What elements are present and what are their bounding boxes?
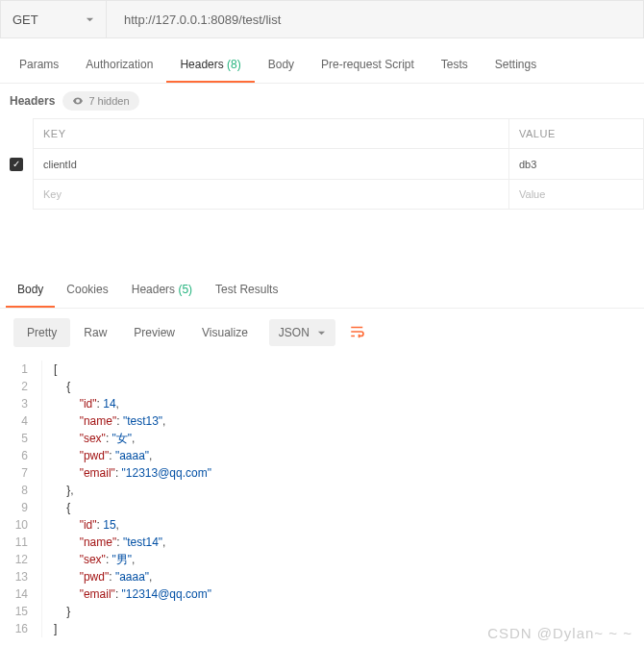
view-raw[interactable]: Raw <box>70 318 120 347</box>
table-row[interactable]: ✓ clientId db3 <box>0 149 644 180</box>
checkbox-header <box>0 119 34 149</box>
resp-tab-headers[interactable]: Headers (5) <box>120 275 204 308</box>
hidden-count: 7 hidden <box>88 95 129 107</box>
tab-authorization[interactable]: Authorization <box>72 50 166 83</box>
response-tabs: BodyCookiesHeaders (5)Test Results <box>0 267 644 309</box>
hidden-toggle[interactable]: 7 hidden <box>62 91 138 111</box>
code-line: 4 "name": "test13", <box>0 412 644 430</box>
key-header: KEY <box>34 119 509 149</box>
eye-icon <box>72 95 84 107</box>
header-value-cell[interactable]: db3 <box>509 149 644 180</box>
headers-count: (8) <box>224 58 241 71</box>
headers-subheader: Headers 7 hidden <box>0 84 644 118</box>
resp-tab-body[interactable]: Body <box>6 275 55 308</box>
tab-params[interactable]: Params <box>6 50 72 83</box>
format-select[interactable]: JSON <box>269 319 335 346</box>
header-key-placeholder[interactable]: Key <box>34 180 509 210</box>
code-line: 2 { <box>0 378 644 395</box>
code-line: 9 { <box>0 499 644 516</box>
request-tabs: ParamsAuthorizationHeaders (8)BodyPre-re… <box>0 38 644 84</box>
wrap-lines-button[interactable] <box>349 323 366 343</box>
resp-headers-count: (5) <box>175 283 192 296</box>
code-line: 8 }, <box>0 482 644 499</box>
table-row-empty[interactable]: Key Value <box>0 180 644 210</box>
resp-tab-test-results[interactable]: Test Results <box>204 275 289 308</box>
code-line: 1[ <box>0 361 644 378</box>
value-header: VALUE <box>509 119 644 149</box>
checkbox-cell[interactable]: ✓ <box>0 149 34 180</box>
view-visualize[interactable]: Visualize <box>188 318 261 347</box>
view-preview[interactable]: Preview <box>120 318 188 347</box>
response-body[interactable]: 1[2 {3 "id": 14,4 "name": "test13",5 "se… <box>0 357 644 637</box>
request-bar: GET http://127.0.0.1:8089/test/list <box>0 0 644 38</box>
method-select[interactable]: GET <box>1 1 107 37</box>
tab-pre-request-script[interactable]: Pre-request Script <box>308 50 428 83</box>
code-line: 14 "email": "12314@qq.com" <box>0 585 644 603</box>
tab-tests[interactable]: Tests <box>428 50 482 83</box>
method-label: GET <box>12 12 38 27</box>
checkbox-checked-icon[interactable]: ✓ <box>10 158 23 171</box>
chevron-down-icon <box>86 15 94 24</box>
url-text: http://127.0.0.1:8089/test/list <box>124 12 281 27</box>
tab-body[interactable]: Body <box>255 50 308 83</box>
tab-settings[interactable]: Settings <box>482 50 550 83</box>
code-line: 13 "pwd": "aaaa", <box>0 568 644 585</box>
checkbox-cell-empty <box>0 180 34 210</box>
code-line: 7 "email": "12313@qq.com" <box>0 464 644 482</box>
code-line: 3 "id": 14, <box>0 395 644 412</box>
url-input[interactable]: http://127.0.0.1:8089/test/list <box>107 1 643 37</box>
view-mode-row: PrettyRawPreviewVisualize JSON <box>0 309 644 357</box>
format-label: JSON <box>279 326 310 339</box>
chevron-down-icon <box>317 329 326 337</box>
code-line: 15 } <box>0 603 644 620</box>
resp-tab-cookies[interactable]: Cookies <box>55 275 119 308</box>
headers-table: KEY VALUE ✓ clientId db3 Key Value <box>0 118 644 210</box>
tab-headers[interactable]: Headers (8) <box>166 50 254 83</box>
code-line: 11 "name": "test14", <box>0 534 644 551</box>
code-line: 6 "pwd": "aaaa", <box>0 447 644 464</box>
table-header-row: KEY VALUE <box>0 119 644 149</box>
headers-title: Headers <box>10 94 55 108</box>
code-line: 12 "sex": "男", <box>0 551 644 568</box>
code-line: 10 "id": 15, <box>0 516 644 534</box>
wrap-icon <box>349 323 366 340</box>
header-value-placeholder[interactable]: Value <box>509 180 644 210</box>
code-line: 5 "sex": "女", <box>0 430 644 447</box>
watermark: CSDN @Dylan~ ~ ~ <box>487 625 632 641</box>
view-pretty[interactable]: Pretty <box>13 318 70 347</box>
header-key-cell[interactable]: clientId <box>34 149 509 180</box>
